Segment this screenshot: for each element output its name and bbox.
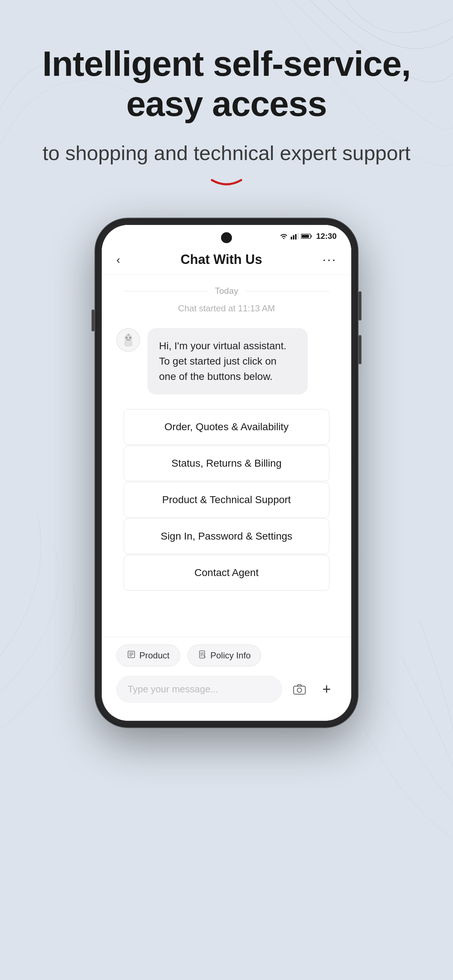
svg-rect-2 bbox=[291, 237, 292, 240]
tab-product-label: Product bbox=[139, 651, 170, 660]
phone-mockup: 12:30 ‹ Chat With Us ··· Today Chat star… bbox=[95, 218, 358, 727]
header-section: Intelligent self-service, easy access to… bbox=[0, 0, 453, 211]
accent-smile bbox=[210, 178, 243, 189]
svg-point-11 bbox=[129, 337, 131, 338]
tab-policy-info[interactable]: Policy Info bbox=[187, 644, 262, 667]
tab-row: Product Policy Info bbox=[102, 637, 351, 670]
tab-policy-label: Policy Info bbox=[211, 651, 251, 660]
date-divider: Today bbox=[102, 275, 351, 300]
bot-message-row: Hi, I'm your virtual assistant. To get s… bbox=[102, 325, 351, 406]
message-input-row: Type your message... + bbox=[102, 670, 351, 721]
option-contact-agent[interactable]: Contact Agent bbox=[124, 555, 329, 590]
svg-rect-3 bbox=[293, 235, 294, 240]
svg-rect-7 bbox=[301, 235, 309, 238]
svg-point-23 bbox=[297, 688, 301, 692]
options-container: Order, Quotes & Availability Status, Ret… bbox=[102, 406, 351, 598]
divider-line-left bbox=[124, 291, 207, 291]
wifi-icon bbox=[279, 232, 289, 240]
product-icon bbox=[127, 650, 136, 661]
date-label: Today bbox=[215, 286, 238, 296]
bot-avatar bbox=[116, 328, 140, 352]
camera-notch bbox=[221, 232, 232, 243]
policy-tab-icon bbox=[198, 650, 207, 659]
svg-rect-4 bbox=[295, 234, 297, 240]
chat-started-text: Chat started at 11:13 AM bbox=[102, 300, 351, 325]
option-status-returns[interactable]: Status, Returns & Billing bbox=[124, 445, 329, 481]
policy-icon bbox=[198, 650, 207, 661]
svg-rect-9 bbox=[125, 341, 132, 346]
more-options-button[interactable]: ··· bbox=[322, 252, 337, 267]
camera-button[interactable] bbox=[289, 679, 309, 699]
battery-icon bbox=[301, 233, 313, 239]
phone-side-button bbox=[91, 310, 94, 331]
option-product-support[interactable]: Product & Technical Support bbox=[124, 482, 329, 518]
phone-screen: 12:30 ‹ Chat With Us ··· Today Chat star… bbox=[102, 225, 351, 721]
message-placeholder: Type your message... bbox=[128, 684, 219, 695]
message-input[interactable]: Type your message... bbox=[116, 676, 282, 703]
chat-header: ‹ Chat With Us ··· bbox=[102, 245, 351, 275]
svg-rect-22 bbox=[293, 686, 305, 694]
sub-headline: to shopping and technical expert support bbox=[29, 139, 424, 167]
back-button[interactable]: ‹ bbox=[116, 253, 120, 267]
signal-icon bbox=[291, 233, 299, 240]
camera-icon bbox=[293, 684, 306, 695]
clock: 12:30 bbox=[316, 232, 337, 241]
status-bar-right: 12:30 bbox=[279, 232, 337, 241]
divider-line-right bbox=[246, 291, 329, 291]
tab-product[interactable]: Product bbox=[116, 644, 180, 667]
signal-icons bbox=[279, 232, 313, 240]
option-signin-settings[interactable]: Sign In, Password & Settings bbox=[124, 519, 329, 554]
status-bar: 12:30 bbox=[102, 225, 351, 245]
svg-point-1 bbox=[283, 238, 284, 239]
chat-title: Chat With Us bbox=[180, 252, 262, 267]
bot-message-bubble: Hi, I'm your virtual assistant. To get s… bbox=[147, 328, 308, 395]
main-headline: Intelligent self-service, easy access bbox=[29, 44, 424, 124]
svg-point-13 bbox=[128, 334, 129, 335]
add-button[interactable]: + bbox=[317, 679, 337, 699]
svg-rect-5 bbox=[297, 233, 299, 240]
option-order-quotes[interactable]: Order, Quotes & Availability bbox=[124, 409, 329, 445]
phone-outer-shell: 12:30 ‹ Chat With Us ··· Today Chat star… bbox=[95, 218, 358, 727]
product-tab-icon bbox=[127, 650, 136, 659]
bottom-area: Product Policy Info bbox=[102, 637, 351, 721]
svg-point-10 bbox=[126, 337, 127, 338]
robot-icon bbox=[121, 333, 136, 347]
